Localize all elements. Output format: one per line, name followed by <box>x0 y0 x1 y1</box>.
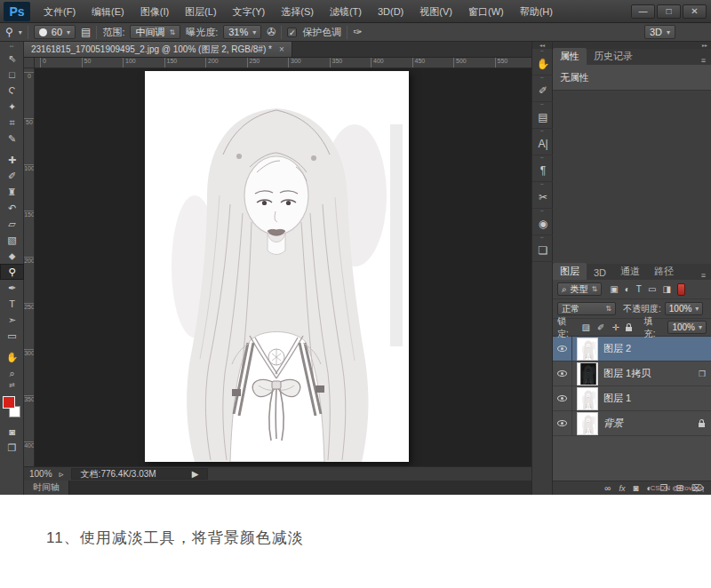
quick-mask-button[interactable]: ◙ <box>0 424 24 440</box>
toggle-brush-panel-icon[interactable]: ▤ <box>81 26 91 38</box>
hand-tool[interactable]: ✋ <box>0 349 24 365</box>
notes-panel-icon[interactable]: ❏ <box>532 239 554 262</box>
layers-tab-图层[interactable]: 图层 <box>553 263 587 280</box>
menu-item-F[interactable]: 文件(F) <box>36 0 84 23</box>
healing-brush-tool[interactable]: ✚ <box>0 152 24 168</box>
clone-stamp-tool[interactable]: ♜ <box>0 184 24 200</box>
eye-icon[interactable] <box>557 395 567 401</box>
eraser-tool[interactable]: ▱ <box>0 216 24 232</box>
layers-tab-3D[interactable]: 3D <box>587 266 613 280</box>
layer-filter-toggle[interactable] <box>677 283 685 296</box>
layer-thumbnail[interactable] <box>577 338 598 361</box>
brush-panel-icon[interactable]: ✐ <box>532 79 554 102</box>
blend-mode-select[interactable]: 正常 ⇅ <box>557 302 616 315</box>
exposure-field[interactable]: 31% ▾ <box>223 25 261 39</box>
smudge-tool[interactable]: ⬥ <box>0 248 24 264</box>
link-layers-icon[interactable]: ∞ <box>604 482 611 495</box>
cc-panel-icon[interactable]: ◉ <box>532 212 554 235</box>
timeline-tab[interactable]: 时间轴 <box>24 481 69 495</box>
status-flyout-icon[interactable]: ▹ <box>60 469 64 479</box>
lasso-tool[interactable]: Ϛ <box>0 83 24 99</box>
screen-mode-button[interactable]: ❐ <box>0 440 24 456</box>
menu-item-T[interactable]: 滤镜(T) <box>322 0 370 23</box>
type-tool[interactable]: T <box>0 296 24 312</box>
pen-tool[interactable]: ✒ <box>0 280 24 296</box>
dodge-tool-icon[interactable]: ⚲ <box>5 26 13 38</box>
swap-colors-icon[interactable]: ⇄ <box>0 381 24 390</box>
maximize-button[interactable]: □ <box>657 4 681 19</box>
tools-grip[interactable]: ▪▪ <box>0 42 23 51</box>
brush-tool[interactable]: ✐ <box>0 168 24 184</box>
quick-selection-tool[interactable]: ✦ <box>0 99 24 115</box>
path-selection-tool[interactable]: ➣ <box>0 312 24 328</box>
brush-size-picker[interactable]: 60 ▾ <box>34 25 76 39</box>
protect-tones-checkbox[interactable]: ✓ <box>287 28 297 37</box>
close-button[interactable]: ✕ <box>683 4 707 19</box>
properties-tab-历史记录[interactable]: 历史记录 <box>587 48 640 65</box>
tool-preset-arrow-icon[interactable]: ▾ <box>19 28 22 36</box>
menu-item-L[interactable]: 图层(L) <box>177 0 224 23</box>
visibility-cell[interactable] <box>553 411 572 436</box>
adjustments-panel-icon[interactable]: ✋ <box>532 52 554 75</box>
marquee-tool[interactable]: □ <box>0 67 24 83</box>
layer-style-icon[interactable]: fx <box>619 482 625 495</box>
properties-panel-menu-icon[interactable]: ≡ <box>701 56 711 65</box>
menu-item-W[interactable]: 窗口(W) <box>460 0 512 23</box>
filter-type-select[interactable]: ⌕ 类型 ⇅ <box>557 282 602 296</box>
dodge-tool[interactable]: ⚲ <box>0 264 24 280</box>
layer-thumbnail[interactable] <box>577 412 598 435</box>
filter-shape-layers-icon[interactable]: ▭ <box>647 284 657 294</box>
foreground-color-swatch[interactable] <box>3 396 15 409</box>
range-select[interactable]: 中间调 ⇅ <box>130 25 180 39</box>
properties-tab-属性[interactable]: 属性 <box>553 48 587 65</box>
history-brush-tool[interactable]: ↶ <box>0 200 24 216</box>
menu-item-Y[interactable]: 文字(Y) <box>225 0 274 23</box>
menu-item-3DD[interactable]: 3D(D) <box>370 0 411 23</box>
menu-item-I[interactable]: 图像(I) <box>132 0 177 23</box>
filter-pixel-layers-icon[interactable]: ▣ <box>609 284 619 294</box>
eye-icon[interactable] <box>557 420 567 426</box>
menu-item-E[interactable]: 编辑(E) <box>84 0 132 23</box>
add-layer-mask-icon[interactable]: ◙ <box>633 482 638 495</box>
filter-smart-objects-icon[interactable]: ◨ <box>661 284 671 294</box>
layer-thumbnail[interactable] <box>577 362 598 385</box>
lock-transparency-icon[interactable]: ▨ <box>581 322 591 332</box>
lock-paint-icon[interactable]: ✐ <box>596 322 605 332</box>
character-panel-icon[interactable]: A| <box>532 132 554 155</box>
canvas-image[interactable] <box>145 71 409 462</box>
lock-position-icon[interactable]: ✛ <box>611 322 619 332</box>
layer-thumbnail[interactable] <box>577 387 598 410</box>
workspace-switcher[interactable]: 3D ▾ <box>644 25 675 39</box>
airbrush-toggle-icon[interactable]: ✇ <box>267 26 276 38</box>
layers-tab-通道[interactable]: 通道 <box>613 263 647 280</box>
document-tab[interactable]: 23161815_170051909495_2.jpg @ 100% (图层 2… <box>24 42 292 57</box>
visibility-cell[interactable] <box>553 337 572 362</box>
layer-row[interactable]: 图层 2 <box>553 337 711 362</box>
eye-icon[interactable] <box>557 370 567 377</box>
opacity-field[interactable]: 100% ▾ <box>665 302 704 315</box>
zoom-tool[interactable]: ⌕ <box>0 365 24 381</box>
visibility-cell[interactable] <box>553 386 572 411</box>
move-tool[interactable]: ⇖ <box>0 51 24 67</box>
minimize-button[interactable]: — <box>631 4 655 19</box>
filter-adjustment-layers-icon[interactable]: ◐ <box>624 284 631 294</box>
menu-item-S[interactable]: 选择(S) <box>273 0 322 23</box>
fill-field[interactable]: 100% ▾ <box>667 321 707 334</box>
layer-row[interactable]: 图层 1 <box>553 386 711 411</box>
eye-icon[interactable] <box>557 346 567 352</box>
crop-tool[interactable]: ⌗ <box>0 115 24 131</box>
eyedropper-tool[interactable]: ✎ <box>0 131 24 147</box>
menu-item-H[interactable]: 帮助(H) <box>512 0 561 23</box>
gradient-tool[interactable]: ▧ <box>0 232 24 248</box>
visibility-cell[interactable] <box>553 362 572 386</box>
layer-row[interactable]: 背景 <box>553 411 711 436</box>
layer-comps-panel-icon[interactable]: ▤ <box>532 106 554 129</box>
menu-item-V[interactable]: 视图(V) <box>411 0 460 23</box>
layer-row[interactable]: 图层 1拷贝❐ <box>553 362 711 386</box>
pressure-toggle-icon[interactable]: ✑ <box>353 26 362 38</box>
layers-tab-路径[interactable]: 路径 <box>647 263 681 280</box>
shape-tool[interactable]: ▭ <box>0 328 24 344</box>
tool-presets-panel-icon[interactable]: ✂ <box>532 186 554 209</box>
layers-panel-menu-icon[interactable]: ≡ <box>701 271 711 280</box>
filter-type-layers-icon[interactable]: T <box>635 284 643 294</box>
